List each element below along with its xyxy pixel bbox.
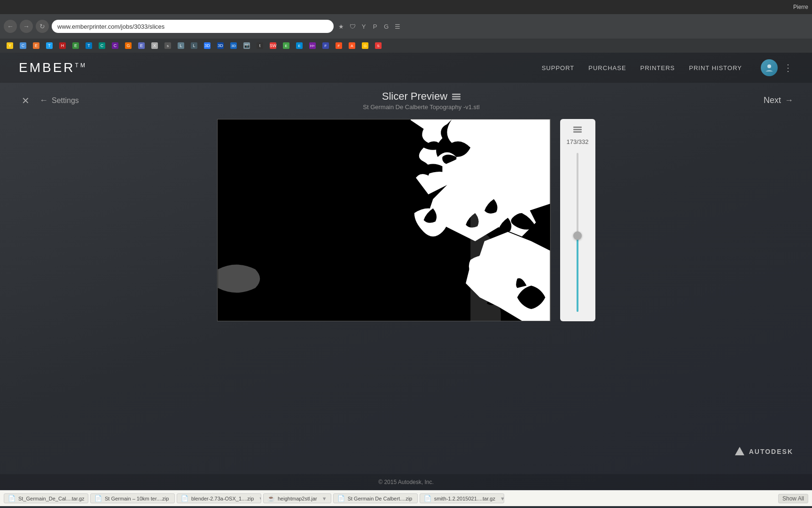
nav-purchase[interactable]: PURCHASE <box>588 64 626 71</box>
download-close-3[interactable]: ▼ <box>322 496 327 501</box>
next-button[interactable]: Next → <box>764 95 793 105</box>
autodesk-triangle-icon <box>734 446 745 457</box>
bookmark-3d3[interactable]: 3D <box>227 41 240 50</box>
close-button[interactable]: ✕ <box>19 94 32 107</box>
slicer-center: Slicer Preview St Germain De Calberte To… <box>363 90 479 111</box>
show-all-button[interactable]: Show All <box>778 494 808 503</box>
bookmark-ai[interactable]: A <box>346 41 358 50</box>
download-icon-2: 📄 <box>181 495 188 502</box>
bookmark-l1[interactable]: L <box>175 41 187 50</box>
nav-printers[interactable]: PRINTERS <box>640 64 675 71</box>
bookmark-img[interactable]: 📷 <box>241 41 253 50</box>
app-footer: © 2015 Autodesk, Inc. AUTODESK <box>0 474 812 490</box>
bookmark-l2[interactable]: L <box>188 41 200 50</box>
bookmark-favicon-h2: H+ <box>309 42 316 49</box>
app-nav: EMBERTM SUPPORT PURCHASE PRINTERS PRINT … <box>0 53 812 83</box>
browser-title-bar: Pierre <box>0 0 812 14</box>
bookmark-e4[interactable]: E <box>280 41 292 50</box>
bookmark-fb[interactable]: F <box>320 41 332 50</box>
bookmark-c3[interactable]: C <box>109 41 121 50</box>
slider-thumb[interactable] <box>573 231 582 240</box>
bookmark-gads[interactable]: G <box>359 41 371 50</box>
download-close-2[interactable]: ▼ <box>258 496 261 501</box>
downloads-bar: 📄 St_Germain_De_Cal....tar.gz ▼ 📄 St Ger… <box>0 490 812 506</box>
app-container: EMBERTM SUPPORT PURCHASE PRINTERS PRINT … <box>0 53 812 490</box>
bookmark-e2[interactable]: E <box>70 41 82 50</box>
bookmark-favicon-y: Y <box>7 42 13 49</box>
layer-count: 173/332 <box>567 138 589 145</box>
back-button[interactable]: ← <box>4 20 17 33</box>
bookmark-gs[interactable]: S <box>372 41 384 50</box>
bookmark-3d2[interactable]: 3D <box>214 41 226 50</box>
bookmark-favicon-x: X <box>151 42 158 49</box>
bookmark-e5[interactable]: E <box>293 41 305 50</box>
bookmark-favicon-e5: E <box>296 42 303 49</box>
download-close-4[interactable]: ▼ <box>417 496 417 501</box>
bookmark-favicon-l2: L <box>191 42 197 49</box>
layers-icon[interactable] <box>452 94 461 100</box>
download-item-2[interactable]: 📄 blender-2.73a-OSX_1....zip ▼ <box>177 493 261 503</box>
bookmark-favicon-img: 📷 <box>243 42 250 49</box>
nav-menu-dots[interactable]: ⋮ <box>783 62 793 73</box>
download-item-0[interactable]: 📄 St_Germain_De_Cal....tar.gz ▼ <box>4 493 88 503</box>
download-item-3[interactable]: ☕ heightmap2stl.jar ▼ <box>263 493 331 503</box>
download-close-1[interactable]: ▼ <box>173 496 175 501</box>
download-item-1[interactable]: 📄 St Germain – 10km ter....zip ▼ <box>90 493 175 503</box>
bookmark-sw[interactable]: SW <box>267 41 279 50</box>
bookmark-h[interactable]: H <box>56 41 69 50</box>
bookmark-e3[interactable]: E <box>135 41 148 50</box>
svg-marker-7 <box>735 447 744 455</box>
bookmark-c1[interactable]: C <box>17 41 29 50</box>
shield-icon[interactable]: 🛡 <box>348 22 357 31</box>
bookmark-s1[interactable]: s <box>162 41 174 50</box>
download-name-2: blender-2.73a-OSX_1....zip <box>191 496 254 501</box>
download-icon-3: ☕ <box>267 495 275 502</box>
bookmark-x[interactable]: X <box>148 41 161 50</box>
bookmark-f2[interactable]: F <box>333 41 345 50</box>
menu-icon[interactable]: ☰ <box>393 22 402 31</box>
ext-icon-1[interactable]: G <box>382 22 391 31</box>
slider-track[interactable] <box>577 153 578 312</box>
autodesk-label: AUTODESK <box>749 448 793 455</box>
slicer-subtitle: St Germain De Calberte Topography -v1.st… <box>363 103 479 111</box>
bookmark-favicon-3d2: 3D <box>217 42 224 49</box>
bookmark-c2[interactable]: C <box>96 41 108 50</box>
bookmark-t2[interactable]: T <box>83 41 95 50</box>
download-close-5[interactable]: ▼ <box>500 496 504 501</box>
star-icon[interactable]: ★ <box>336 22 346 31</box>
settings-back-button[interactable]: ← Settings <box>39 95 79 105</box>
next-arrow-icon: → <box>785 95 793 105</box>
refresh-button[interactable]: ↻ <box>36 20 49 33</box>
slider-layer-line-2 <box>573 129 582 130</box>
pinterest-icon[interactable]: P <box>370 22 380 31</box>
bookmark-favicon-gs: S <box>375 42 382 49</box>
bookmark-favicon-gads: G <box>362 42 368 49</box>
next-label: Next <box>764 95 781 105</box>
layer-line-3 <box>452 98 461 100</box>
bookmark-t3[interactable]: t <box>254 41 266 50</box>
browser-chrome: Pierre ← → ↻ www.emberprinter.com/jobs/3… <box>0 0 812 39</box>
autodesk-logo: AUTODESK <box>734 446 793 457</box>
forward-button[interactable]: → <box>20 20 33 33</box>
bookmarks-bar: Y C E T H E T C C G E X s L L 3D 3D <box>0 39 812 53</box>
bookmark-favicon-c3: C <box>112 42 118 49</box>
bookmark-t1[interactable]: T <box>43 41 55 50</box>
bookmark-y[interactable]: Y <box>4 41 16 50</box>
bookmark-g1[interactable]: G <box>122 41 134 50</box>
slicer-left: ✕ ← Settings <box>19 94 79 107</box>
bookmark-3d1[interactable]: 3D <box>201 41 213 50</box>
nav-right: ⋮ <box>756 59 793 76</box>
bookmark-favicon-c1: C <box>20 42 26 49</box>
user-avatar[interactable] <box>761 59 778 76</box>
bookmark-h2[interactable]: H+ <box>306 41 319 50</box>
download-item-4[interactable]: 📄 St Germain De Calbert....zip ▼ <box>333 493 418 503</box>
vpn-icon[interactable]: Y <box>359 22 368 31</box>
nav-print-history[interactable]: PRINT HISTORY <box>689 64 742 71</box>
slider-layer-line-1 <box>573 127 582 128</box>
nav-support[interactable]: SUPPORT <box>542 64 575 71</box>
slider-track-container[interactable] <box>560 149 595 316</box>
slicer-content: 173/332 <box>0 114 812 474</box>
address-bar[interactable]: www.emberprinter.com/jobs/3033/slices <box>52 20 334 33</box>
download-item-5[interactable]: 📄 smith-1.2.2015021....tar.gz ▼ <box>420 493 504 503</box>
bookmark-e1[interactable]: E <box>30 41 42 50</box>
